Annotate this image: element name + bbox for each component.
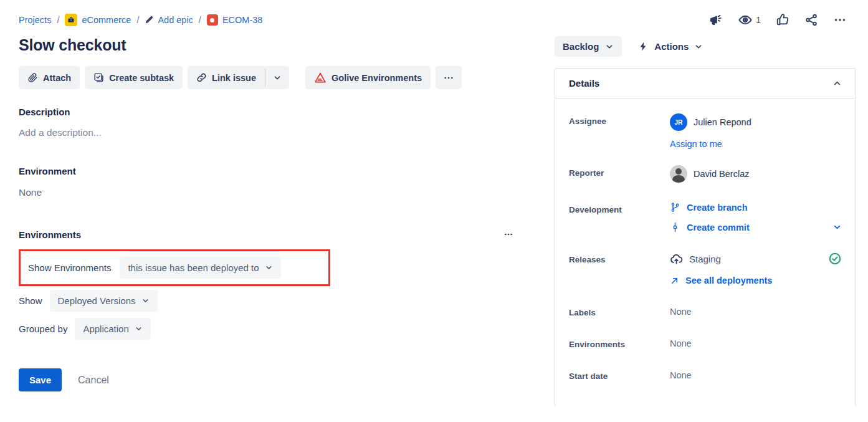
breadcrumb-epic-label: Add epic (158, 15, 193, 25)
vote-thumbs-up-icon[interactable] (776, 13, 789, 27)
grouped-by-label: Grouped by (19, 324, 67, 334)
show-value: Deployed Versions (58, 295, 136, 306)
golive-logo-icon (314, 72, 327, 84)
environments-field-row: Environments None (569, 337, 842, 349)
pencil-icon (145, 16, 153, 24)
reporter-avatar (670, 165, 687, 183)
feedback-megaphone-icon[interactable] (709, 13, 723, 27)
link-issue-split-button: Link issue (188, 66, 289, 89)
reporter-name: David Berclaz (694, 169, 749, 179)
eye-icon (738, 12, 753, 27)
subtask-icon (93, 72, 104, 83)
issue-toolbar: Attach Create subtask Link issue (19, 66, 555, 89)
assignee-name: Julien Repond (694, 117, 751, 127)
environments-heading: Environments (19, 229, 81, 240)
development-expand-chevron-icon[interactable] (832, 223, 842, 232)
toolbar-more-button[interactable] (436, 66, 462, 89)
lightning-icon (638, 41, 649, 52)
link-issue-dropdown-chevron-icon[interactable] (265, 66, 289, 89)
breadcrumb-epic[interactable]: Add epic (145, 15, 193, 25)
actions-dropdown[interactable]: Actions (638, 41, 703, 52)
issue-title[interactable]: Slow checkout (19, 36, 555, 54)
release-environment[interactable]: Staging (670, 252, 721, 266)
reporter-row: Reporter David Berclaz (569, 165, 842, 183)
git-commit-icon (670, 222, 680, 233)
arrow-up-right-icon (670, 276, 679, 285)
start-date-value[interactable]: None (670, 368, 842, 380)
labels-value[interactable]: None (670, 305, 842, 317)
description-heading: Description (19, 107, 555, 117)
show-row: Show Deployed Versions (19, 290, 555, 312)
main-content: Slow checkout Attach Create subtask (0, 27, 555, 391)
description-placeholder[interactable]: Add a description... (19, 127, 555, 138)
chevron-down-icon (605, 42, 614, 51)
assignee-row: Assignee JR Julien Repond Assign to me (569, 113, 842, 149)
development-label: Development (569, 202, 670, 214)
chevron-down-icon (265, 264, 273, 272)
environments-field-label: Environments (569, 337, 670, 349)
attach-button[interactable]: Attach (19, 66, 80, 89)
chevron-down-icon (135, 325, 143, 333)
environment-heading: Environment (19, 166, 555, 176)
releases-row: Releases Staging (569, 252, 842, 285)
show-environments-label: Show Environments (28, 262, 111, 273)
project-avatar-icon (65, 14, 77, 26)
labels-label: Labels (569, 305, 670, 317)
details-title: Details (569, 78, 599, 89)
golive-label: Golive Environments (331, 73, 422, 83)
environments-field-value[interactable]: None (670, 337, 842, 348)
bug-type-icon (207, 14, 218, 26)
development-row: Development Create branch (569, 202, 842, 233)
golive-environments-button[interactable]: Golive Environments (305, 66, 431, 89)
actions-label: Actions (654, 41, 689, 52)
breadcrumb-separator: / (136, 15, 139, 25)
grouped-by-dropdown[interactable]: Application (75, 318, 150, 340)
breadcrumb-project[interactable]: eCommerce (65, 14, 131, 26)
git-branch-icon (670, 202, 680, 213)
details-header[interactable]: Details (555, 69, 856, 98)
create-branch-link[interactable]: Create branch (670, 202, 842, 213)
environments-panel: Environments Show Environments this issu… (19, 228, 555, 391)
breadcrumb-projects[interactable]: Projects (19, 15, 51, 25)
more-actions-icon[interactable] (833, 13, 847, 27)
save-button[interactable]: Save (19, 368, 62, 391)
watch-toggle[interactable]: 1 (738, 12, 761, 27)
create-subtask-button[interactable]: Create subtask (85, 66, 183, 89)
breadcrumb-separator: / (57, 15, 59, 25)
status-label: Backlog (563, 41, 599, 52)
cancel-button[interactable]: Cancel (78, 375, 109, 386)
show-environments-dropdown[interactable]: this issue has been deployed to (120, 257, 280, 279)
assign-to-me-link[interactable]: Assign to me (670, 139, 722, 149)
chevron-up-icon (832, 79, 842, 88)
link-icon (196, 72, 207, 83)
issue-header-actions: 1 (709, 12, 847, 27)
assignee-avatar: JR (670, 113, 687, 131)
grouped-by-row: Grouped by Application (19, 318, 555, 340)
environments-more-button[interactable] (500, 228, 517, 241)
save-row: Save Cancel (19, 368, 555, 391)
page-header: Projects / eCommerce / Add epic / ECOM-3… (0, 0, 868, 27)
breadcrumb-issue-key: ECOM-38 (222, 15, 262, 25)
breadcrumb-separator: / (199, 15, 201, 25)
reporter-value[interactable]: David Berclaz (670, 165, 842, 183)
issue-sidebar: Backlog Actions Details Assignee (555, 27, 868, 406)
create-subtask-label: Create subtask (109, 73, 174, 83)
environment-value[interactable]: None (19, 187, 555, 198)
assignee-label: Assignee (569, 113, 670, 126)
releases-label: Releases (569, 252, 670, 264)
assignee-value[interactable]: JR Julien Repond (670, 113, 842, 131)
grouped-by-value: Application (83, 324, 128, 334)
start-date-label: Start date (569, 368, 670, 381)
highlighted-show-environments-row: Show Environments this issue has been de… (19, 249, 330, 286)
status-dropdown[interactable]: Backlog (555, 36, 622, 57)
breadcrumb-project-label: eCommerce (82, 15, 131, 25)
see-all-deployments-link[interactable]: See all deployments (670, 276, 842, 285)
share-icon[interactable] (804, 13, 818, 27)
show-dropdown[interactable]: Deployed Versions (50, 290, 158, 312)
link-issue-button[interactable]: Link issue (188, 66, 265, 89)
breadcrumb: Projects / eCommerce / Add epic / ECOM-3… (19, 14, 262, 26)
deployment-success-icon (828, 252, 842, 266)
breadcrumb-issue[interactable]: ECOM-38 (207, 14, 262, 26)
create-commit-link[interactable]: Create commit (670, 222, 750, 233)
deployment-cloud-icon (670, 252, 683, 266)
